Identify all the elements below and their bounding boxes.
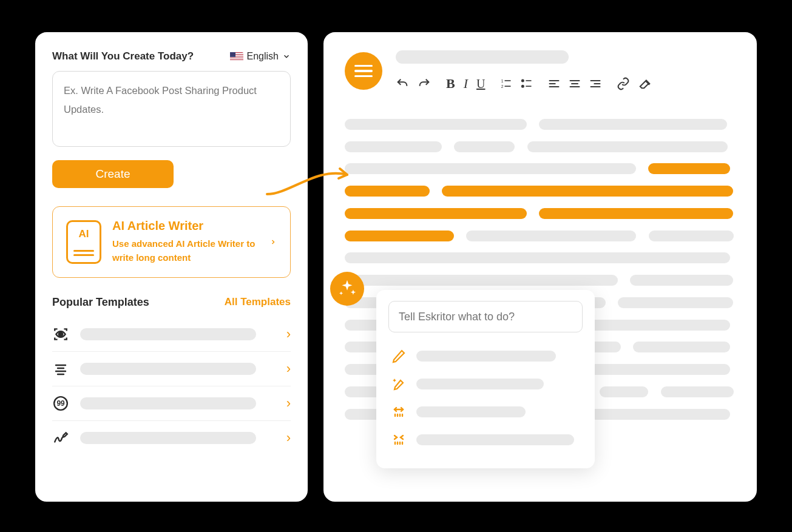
popular-templates-title: Popular Templates (52, 296, 149, 309)
underline-button[interactable]: U (476, 77, 485, 91)
svg-text:2: 2 (501, 84, 504, 89)
view-focus-icon (52, 326, 69, 343)
template-item[interactable]: › (52, 421, 291, 455)
language-selector[interactable]: English (230, 51, 291, 62)
document-title-placeholder (396, 50, 569, 64)
chevron-right-icon: › (286, 361, 291, 377)
signature-icon (52, 429, 69, 446)
svg-text:1: 1 (501, 79, 504, 83)
ai-assist-button[interactable] (330, 272, 364, 306)
chevron-right-icon (269, 236, 277, 248)
chevron-right-icon: › (286, 396, 291, 411)
ai-article-writer-card[interactable]: AI AI Article Writer Use advanced AI Art… (52, 206, 291, 278)
prompt-input[interactable] (52, 71, 291, 147)
chevron-right-icon: › (286, 430, 291, 446)
template-item[interactable]: › (52, 352, 291, 386)
italic-button[interactable]: I (464, 76, 468, 92)
ai-action-label-placeholder (416, 406, 526, 417)
chevron-right-icon: › (286, 326, 291, 342)
template-label-placeholder (80, 432, 256, 444)
create-panel: What Will You Create Today? English Crea… (33, 30, 310, 503)
flag-us-icon (230, 52, 243, 61)
align-center-icon (52, 360, 69, 377)
svg-point-13 (522, 86, 524, 87)
ai-action-item[interactable] (388, 342, 583, 370)
language-label: English (247, 51, 279, 62)
editor-title-area: B I U 12 (396, 50, 736, 92)
svg-point-11 (522, 79, 524, 81)
ai-command-popover (376, 290, 595, 468)
template-item[interactable]: 99 › (52, 386, 291, 421)
create-button[interactable]: Create (52, 160, 174, 188)
bold-button[interactable]: B (446, 76, 455, 92)
ai-action-label-placeholder (416, 379, 544, 389)
sparkle-icon (337, 278, 357, 299)
ai-article-body: AI Article Writer Use advanced AI Articl… (112, 219, 259, 265)
editor-toolbar: B I U 12 (396, 76, 736, 92)
magic-pencil-icon (391, 376, 407, 392)
align-right-button[interactable] (589, 78, 601, 90)
align-center-button[interactable] (569, 78, 581, 90)
ai-action-item[interactable] (388, 398, 583, 426)
undo-button[interactable] (396, 77, 409, 90)
menu-button[interactable] (345, 52, 382, 90)
template-label-placeholder (80, 397, 256, 409)
editor-header: B I U 12 (345, 50, 736, 92)
collapse-icon (391, 432, 407, 448)
template-item[interactable]: › (52, 317, 291, 352)
ai-action-item[interactable] (388, 426, 583, 454)
ai-icon-text: AI (79, 228, 89, 240)
pencil-icon (391, 348, 407, 364)
ai-article-description: Use advanced AI Article Writer to write … (112, 237, 259, 265)
svg-text:99: 99 (56, 399, 65, 408)
expand-icon (391, 404, 407, 420)
bullet-list-button[interactable] (521, 78, 533, 90)
template-label-placeholder (80, 328, 256, 340)
eraser-button[interactable] (638, 77, 652, 90)
align-left-button[interactable] (548, 78, 560, 90)
quote-icon: 99 (52, 395, 69, 412)
template-label-placeholder (80, 363, 256, 375)
link-button[interactable] (617, 77, 630, 90)
ai-article-icon: AI (66, 220, 101, 264)
svg-point-0 (59, 332, 63, 336)
redo-button[interactable] (418, 77, 431, 90)
chevron-down-icon (282, 52, 291, 61)
template-list: › › 99 › › (52, 317, 291, 455)
ordered-list-button[interactable]: 12 (500, 78, 512, 90)
ai-command-input[interactable] (388, 301, 583, 332)
ai-action-label-placeholder (416, 434, 574, 445)
all-templates-link[interactable]: All Templates (225, 296, 291, 308)
ai-article-title: AI Article Writer (112, 219, 259, 233)
prompt-header: What Will You Create Today? English (52, 50, 291, 62)
ai-action-item[interactable] (388, 370, 583, 398)
prompt-title: What Will You Create Today? (52, 50, 194, 62)
popular-templates-header: Popular Templates All Templates (52, 296, 291, 309)
ai-action-label-placeholder (416, 351, 556, 362)
